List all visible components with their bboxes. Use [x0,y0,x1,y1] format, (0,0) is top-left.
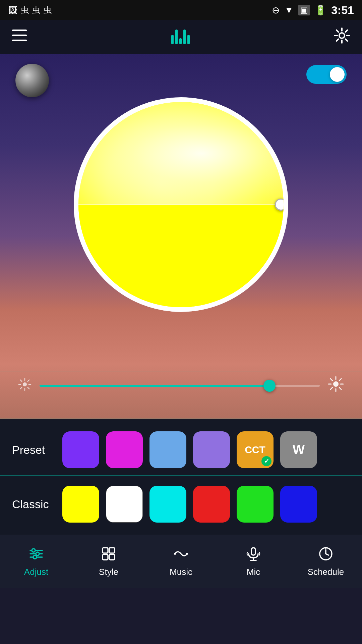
svg-rect-38 [103,554,108,560]
power-toggle-container [306,65,347,84]
svg-line-18 [28,387,29,389]
svg-line-47 [326,554,328,555]
svg-line-19 [28,380,29,381]
cct-check-icon: ✓ [261,456,272,466]
svg-rect-42 [251,548,255,555]
svg-line-28 [339,379,341,381]
classic-swatch-red[interactable] [193,486,230,523]
color-wheel-container[interactable] [74,97,288,312]
svg-rect-39 [109,554,115,560]
power-toggle[interactable] [306,65,347,84]
svg-line-8 [337,30,339,32]
brightness-slider-track[interactable] [40,385,320,387]
svg-point-34 [36,552,39,555]
svg-line-29 [330,387,333,389]
classic-row: Classic [0,476,362,535]
brightness-slider-fill [40,385,269,387]
classic-swatch-white[interactable] [106,486,143,523]
brightness-slider-thumb[interactable] [263,380,276,392]
bug-icon-1: 虫 [21,5,29,15]
bug-icon-2: 虫 [32,5,40,15]
classic-swatch-blue[interactable] [280,486,317,523]
svg-line-17 [20,380,22,381]
status-bar: 🖼 虫 虫 虫 ⊖ ▼ ▣ 🔋 3:51 [0,0,362,20]
classic-label: Classic [12,498,56,511]
toggle-knob [330,67,345,82]
bug-icon-3: 虫 [44,5,52,15]
preset-swatch-purple[interactable] [62,431,99,468]
battery-icon: 🔋 [315,5,326,16]
dnd-icon: ⊖ [272,5,280,16]
color-wheel[interactable] [74,97,288,312]
svg-point-40 [174,553,176,555]
svg-rect-36 [103,548,108,553]
status-left-icons: 🖼 虫 虫 虫 [8,5,52,16]
brightness-high-icon [328,376,344,395]
music-icon [174,546,188,564]
svg-line-9 [346,39,348,41]
menu-button[interactable] [12,30,27,45]
adjust-icon [29,546,44,564]
svg-line-10 [346,30,348,32]
nav-item-music[interactable]: Music [145,546,217,577]
cct-label: CCT [245,444,265,455]
adjust-label: Adjust [24,567,48,577]
svg-point-35 [33,555,37,559]
svg-rect-2 [12,40,27,41]
equalizer-icon [171,30,190,44]
svg-rect-37 [109,548,115,553]
mic-label: Mic [247,567,260,577]
brightness-slider-area [0,372,362,399]
music-label: Music [170,567,192,577]
color-wheel-bottom-half [78,205,284,307]
svg-rect-0 [12,30,27,31]
color-wheel-divider [78,204,284,205]
svg-line-26 [330,379,333,381]
mic-icon [246,546,261,564]
classic-swatch-yellow[interactable] [62,486,99,523]
bottom-panels: Preset CCT ✓ W Classic [0,419,362,535]
schedule-icon [318,546,333,564]
preset-swatch-cct[interactable]: CCT ✓ [237,431,274,468]
style-icon [101,546,116,564]
bottom-nav: Adjust Style Music [0,535,362,588]
svg-point-3 [339,33,345,38]
preset-label: Preset [12,443,56,457]
main-content-area [0,54,362,419]
svg-point-33 [32,549,35,552]
preset-swatch-w[interactable]: W [280,431,317,468]
color-wheel-handle[interactable] [275,199,287,211]
nav-item-mic[interactable]: Mic [217,546,290,577]
preset-classic-divider [0,475,362,476]
color-wheel-top-half [78,102,284,205]
status-time: 3:51 [331,4,354,17]
svg-line-20 [20,387,22,389]
preset-swatch-lightblue[interactable] [149,431,186,468]
schedule-label: Schedule [308,567,344,577]
svg-point-48 [325,547,327,549]
nav-item-adjust[interactable]: Adjust [0,546,72,577]
nav-item-style[interactable]: Style [72,546,145,577]
photo-icon: 🖼 [8,5,17,16]
w-label: W [293,443,305,457]
color-orb[interactable] [15,64,49,97]
classic-swatch-cyan[interactable] [149,486,186,523]
style-label: Style [99,567,118,577]
svg-line-11 [337,39,339,41]
classic-swatch-green[interactable] [237,486,274,523]
svg-line-27 [339,387,341,389]
slider-bottom-divider [0,419,362,419]
preset-row: Preset CCT ✓ W [0,419,362,475]
svg-point-12 [23,382,27,386]
svg-rect-1 [12,35,27,36]
status-right-icons: ⊖ ▼ ▣ 🔋 3:51 [272,4,354,17]
nav-item-schedule[interactable]: Schedule [290,546,362,577]
toolbar [0,20,362,54]
preset-swatch-lavender[interactable] [193,431,230,468]
sim-icon: ▣ [298,5,310,15]
preset-swatch-magenta[interactable] [106,431,143,468]
wifi-icon: ▼ [284,5,294,15]
svg-point-41 [186,553,188,555]
svg-point-21 [333,381,339,387]
settings-button[interactable] [334,28,350,47]
